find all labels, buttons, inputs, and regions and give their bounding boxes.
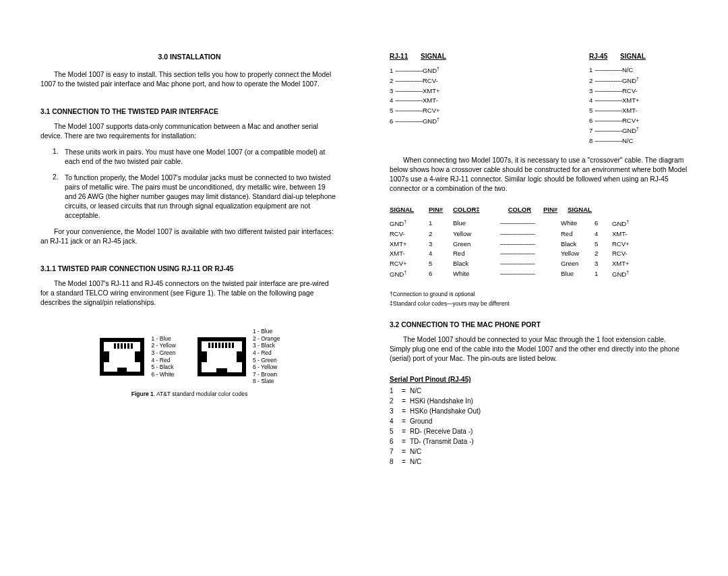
cross-header-cell: PIN#: [543, 206, 568, 213]
list-item-2: 2. To function properly, the Model 1007'…: [53, 173, 338, 221]
pin-row: 5 ----------------XMT-: [589, 106, 688, 116]
cross-header-cell: SIGNAL: [390, 206, 429, 213]
rj45-jack-icon: [196, 336, 247, 378]
rj45-hdr-pin: RJ-45: [589, 53, 620, 60]
figure-caption: Figure 1. AT&T standard modular color co…: [40, 391, 338, 397]
pin-row: 2 ----------------RCV-: [390, 76, 488, 86]
pin-row: 4 ----------------XMT+: [589, 96, 688, 106]
serial-row: 6=TD- (Transmit Data -): [390, 436, 688, 447]
serial-pinout-list: 1=N/C2=HSKi (Handshake In)3=HSKo (Handsh…: [390, 386, 688, 467]
pin-row: 3 ----------------XMT+: [390, 86, 488, 96]
svg-rect-15: [216, 368, 227, 372]
serial-pinout-title: Serial Port Pinout (RJ-45): [390, 376, 688, 383]
svg-rect-18: [215, 343, 217, 348]
cross-row: GND†1Blue--------------------White6GND†: [390, 219, 688, 229]
rj45-pinout-column: RJ-45 SIGNAL 1 ----------------N/C2 ----…: [589, 53, 688, 146]
cross-header-cell: PIN#: [429, 206, 453, 213]
serial-row: 3=HSKo (Handshake Out): [390, 406, 688, 416]
heading-3-1-1: 3.1.1 TWISTED PAIR CONNECTION USING RJ-1…: [40, 265, 338, 272]
pin-row: 6 ----------------RCV+: [589, 116, 688, 126]
figure-caption-text: . AT&T standard modular color codes: [154, 391, 248, 397]
serial-row: 1=N/C: [390, 386, 688, 396]
svg-rect-4: [117, 368, 127, 372]
pin-row: 6 ----------------GND†: [390, 116, 488, 127]
rj45-color-labels: 1 - Blue 2 - Orange 3 - Black 4 - Red 5 …: [253, 328, 280, 385]
svg-rect-22: [229, 343, 231, 348]
rj45-header: RJ-45 SIGNAL: [589, 53, 688, 60]
page-left: 3.0 INSTALLATION The Model 1007 is easy …: [40, 53, 364, 556]
crossover-para: When connecting two Model 1007s, it is n…: [390, 156, 688, 194]
footnote-2: ‡Standard color codes—yours may be diffe…: [390, 300, 688, 308]
svg-rect-10: [131, 343, 133, 349]
rj11-header: RJ-11 SIGNAL: [390, 53, 488, 60]
para-3-2: The Model 1007 should be connected to yo…: [390, 335, 688, 364]
rj11-color-labels: 1 - Blue 2 - Yellow 3 - Green 4 - Red 5 …: [151, 335, 175, 378]
rj11-jack-icon: [98, 337, 146, 377]
pin-row: 1 ----------------GND†: [390, 65, 488, 76]
list-text: To function properly, the Model 1007's m…: [65, 173, 338, 221]
pin-row: 1 ----------------N/C: [589, 65, 688, 76]
crossover-header: SIGNALPIN#COLOR‡COLORPIN#SIGNAL: [390, 206, 688, 213]
list-item-1: 1. These units work in pairs. You must h…: [53, 148, 338, 167]
rj11-hdr-signal: SIGNAL: [421, 53, 446, 60]
svg-rect-3: [135, 351, 140, 362]
cross-header-cell: SIGNAL: [568, 206, 601, 213]
svg-rect-7: [121, 343, 123, 349]
list-text: These units work in pairs. You must have…: [65, 148, 338, 167]
rj45-diagram: 1 - Blue 2 - Orange 3 - Black 4 - Red 5 …: [196, 328, 280, 385]
serial-row: 5=RD- (Receive Data -): [390, 426, 688, 436]
svg-rect-23: [232, 343, 234, 348]
list-number: 2.: [53, 173, 65, 221]
pin-row: 2 ----------------GND†: [589, 76, 688, 86]
pin-row: 8 ----------------N/C: [589, 136, 688, 146]
page-right: RJ-11 SIGNAL 1 ----------------GND†2 ---…: [364, 53, 688, 556]
serial-row: 8=N/C: [390, 457, 688, 467]
para-3-1b: For your convenience, the Model 1007 is …: [40, 227, 338, 246]
svg-rect-21: [225, 343, 227, 348]
para-3-1-1: The Model 1007's RJ-11 and RJ-45 connect…: [40, 279, 338, 308]
cross-row: XMT+3Green--------------------Black5RCV+: [390, 239, 688, 250]
heading-3-1: 3.1 CONNECTION TO THE TWISTED PAIR INTER…: [40, 108, 338, 115]
cross-row: XMT-4Red--------------------Yellow2RCV-: [390, 249, 688, 259]
svg-rect-16: [208, 343, 210, 348]
rj45-hdr-signal: SIGNAL: [620, 53, 646, 60]
pin-row: 7 ----------------GND†: [589, 125, 688, 136]
section-title: 3.0 INSTALLATION: [40, 53, 338, 61]
svg-rect-19: [218, 343, 220, 348]
cross-header-cell: COLOR: [492, 206, 543, 213]
serial-row: 4=Ground: [390, 416, 688, 426]
svg-rect-17: [212, 343, 214, 348]
rj11-diagram: 1 - Blue 2 - Yellow 3 - Green 4 - Red 5 …: [98, 328, 175, 385]
crossover-table: SIGNALPIN#COLOR‡COLORPIN#SIGNAL GND†1Blu…: [390, 206, 688, 280]
page-spread: 3.0 INSTALLATION The Model 1007 is easy …: [0, 0, 728, 576]
figure-label: Figure 1: [131, 391, 154, 397]
cross-header-cell: COLOR‡: [453, 206, 492, 213]
figure-1: 1 - Blue 2 - Yellow 3 - Green 4 - Red 5 …: [40, 328, 338, 385]
serial-row: 2=HSKi (Handshake In): [390, 396, 688, 406]
svg-rect-13: [202, 351, 207, 362]
svg-rect-2: [104, 351, 109, 362]
intro-para: The Model 1007 is easy to install. This …: [40, 70, 338, 89]
pin-row: 3 ----------------RCV-: [589, 86, 688, 96]
svg-rect-14: [237, 351, 242, 362]
svg-rect-6: [117, 343, 119, 349]
cross-row: GND†6White--------------------Blue1GND†: [390, 269, 688, 280]
pin-row: 4 ----------------XMT-: [390, 96, 488, 106]
rj11-pinout-column: RJ-11 SIGNAL 1 ----------------GND†2 ---…: [390, 53, 488, 146]
list-number: 1.: [53, 148, 65, 167]
svg-rect-5: [114, 343, 116, 349]
para-3-1: The Model 1007 supports data-only commun…: [40, 122, 338, 141]
cross-row: RCV+5Black--------------------Green3XMT+: [390, 259, 688, 269]
rj11-hdr-pin: RJ-11: [390, 53, 421, 60]
svg-rect-9: [127, 343, 129, 349]
serial-row: 7=N/C: [390, 447, 688, 457]
svg-rect-8: [124, 343, 126, 349]
cross-row: RCV-2Yellow--------------------Red4XMT-: [390, 229, 688, 239]
footnote-1: †Connection to ground is optional: [390, 291, 688, 299]
pin-row: 5 ----------------RCV+: [390, 106, 488, 116]
heading-3-2: 3.2 CONNECTION TO THE MAC PHONE PORT: [390, 321, 688, 328]
pinout-table: RJ-11 SIGNAL 1 ----------------GND†2 ---…: [390, 53, 688, 146]
svg-rect-20: [222, 343, 224, 348]
